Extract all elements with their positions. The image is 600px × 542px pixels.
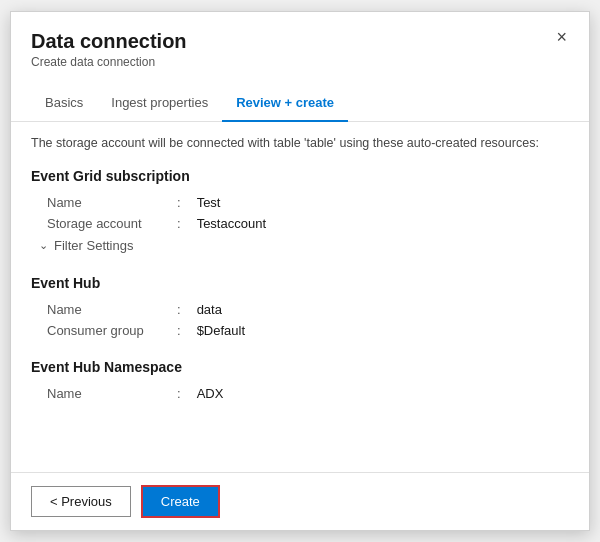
filter-settings-label: Filter Settings: [54, 238, 133, 253]
tab-ingest-properties[interactable]: Ingest properties: [97, 85, 222, 122]
dialog-subtitle: Create data connection: [31, 55, 569, 69]
event-hub-consumer-label: Consumer group: [47, 323, 177, 338]
namespace-name-colon: :: [177, 386, 181, 401]
tab-bar: Basics Ingest properties Review + create: [11, 85, 589, 122]
tab-basics[interactable]: Basics: [31, 85, 97, 122]
dialog-body: The storage account will be connected wi…: [11, 122, 589, 472]
event-grid-name-value: Test: [197, 195, 221, 210]
event-grid-title: Event Grid subscription: [31, 168, 569, 184]
event-hub-consumer-value: $Default: [197, 323, 245, 338]
dialog-title: Data connection: [31, 30, 569, 53]
event-grid-name-row: Name : Test: [31, 192, 569, 213]
event-hub-section: Event Hub Name : data Consumer group : $…: [31, 275, 569, 341]
namespace-name-row: Name : ADX: [31, 383, 569, 404]
event-hub-consumer-row: Consumer group : $Default: [31, 320, 569, 341]
event-hub-title: Event Hub: [31, 275, 569, 291]
event-hub-name-label: Name: [47, 302, 177, 317]
data-connection-dialog: Data connection Create data connection ×…: [10, 11, 590, 531]
event-grid-storage-colon: :: [177, 216, 181, 231]
event-hub-name-colon: :: [177, 302, 181, 317]
event-hub-namespace-section: Event Hub Namespace Name : ADX: [31, 359, 569, 404]
event-grid-section: Event Grid subscription Name : Test Stor…: [31, 168, 569, 257]
event-grid-storage-label: Storage account: [47, 216, 177, 231]
event-hub-name-value: data: [197, 302, 222, 317]
dialog-footer: < Previous Create: [11, 472, 589, 530]
previous-button[interactable]: < Previous: [31, 486, 131, 517]
event-grid-name-colon: :: [177, 195, 181, 210]
namespace-name-value: ADX: [197, 386, 224, 401]
info-text: The storage account will be connected wi…: [31, 136, 569, 150]
chevron-down-icon: ⌄: [39, 239, 48, 252]
filter-settings-row[interactable]: ⌄ Filter Settings: [31, 234, 569, 257]
event-grid-storage-value: Testaccount: [197, 216, 266, 231]
namespace-name-label: Name: [47, 386, 177, 401]
close-button[interactable]: ×: [550, 26, 573, 48]
event-hub-name-row: Name : data: [31, 299, 569, 320]
event-hub-consumer-colon: :: [177, 323, 181, 338]
dialog-header: Data connection Create data connection ×: [11, 12, 589, 75]
tab-review-create[interactable]: Review + create: [222, 85, 348, 122]
event-grid-storage-row: Storage account : Testaccount: [31, 213, 569, 234]
event-hub-namespace-title: Event Hub Namespace: [31, 359, 569, 375]
create-button[interactable]: Create: [141, 485, 220, 518]
event-grid-name-label: Name: [47, 195, 177, 210]
